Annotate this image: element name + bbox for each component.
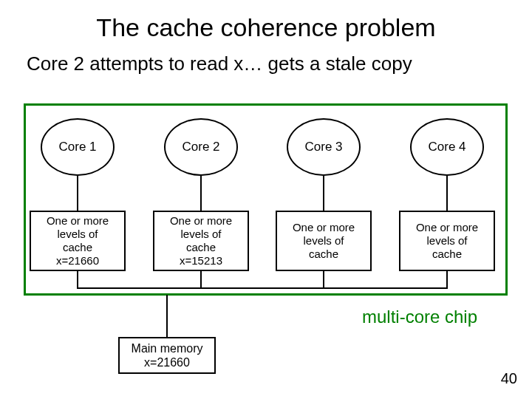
connector — [200, 271, 202, 287]
connector — [323, 271, 324, 287]
slide-subtitle: Core 2 attempts to read x… gets a stale … — [0, 48, 532, 75]
cache-value: x=21660 — [56, 254, 99, 267]
cache-text: levels of — [303, 234, 344, 248]
main-memory: Main memory x=21660 — [118, 337, 216, 374]
connector — [446, 271, 448, 287]
cache-text: cache — [186, 241, 216, 254]
core-3: Core 3 — [287, 118, 361, 176]
memory-value: x=21660 — [144, 355, 190, 369]
connector — [446, 176, 448, 211]
cache-text: One or more — [47, 214, 109, 228]
cache-2: One or more levels of cache x=15213 — [153, 211, 249, 271]
cache-text: One or more — [416, 221, 478, 234]
cache-text: cache — [63, 241, 92, 254]
connector — [200, 176, 202, 211]
chip-label: multi-core chip — [362, 307, 477, 327]
bus-line — [77, 287, 448, 289]
connector — [323, 176, 324, 211]
cache-3: One or more levels of cache — [276, 211, 372, 271]
cache-text: One or more — [170, 214, 232, 228]
connector — [77, 271, 78, 287]
core-2: Core 2 — [164, 118, 238, 176]
cache-text: cache — [432, 248, 462, 261]
memory-label: Main memory — [132, 341, 203, 355]
page-number: 40 — [501, 370, 517, 387]
cache-text: levels of — [180, 228, 221, 241]
connector — [77, 176, 78, 211]
slide-title: The cache coherence problem — [0, 0, 532, 48]
cache-text: levels of — [57, 228, 98, 241]
core-4: Core 4 — [410, 118, 484, 176]
core-1: Core 1 — [41, 118, 115, 176]
cache-text: cache — [309, 248, 338, 261]
cache-4: One or more levels of cache — [399, 211, 495, 271]
cache-1: One or more levels of cache x=21660 — [30, 211, 126, 271]
cache-text: levels of — [426, 234, 467, 248]
cache-text: One or more — [293, 221, 355, 234]
cache-value: x=15213 — [180, 254, 222, 267]
connector — [166, 295, 168, 337]
